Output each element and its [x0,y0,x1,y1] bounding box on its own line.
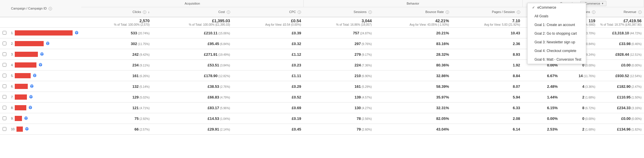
cost-cell-pct: (15.06%) [217,32,230,35]
row-number: 10. [11,127,15,131]
campaign-bar [15,41,44,46]
revenue-cell: £930.52 (12.54%) [598,70,644,81]
totals-cost: £1,395.03 % of Total: 100.00% (£1,395.03… [152,17,232,28]
bounce-rate-label: Bounce Rate [425,10,444,14]
ecommerce-rate-cell-value: 6.15% [547,106,558,110]
transactions-cell-pct: (6.72%) [584,107,595,110]
clicks-cell-pct: (5.14%) [139,85,150,88]
campaign-cell[interactable]: 3. [9,49,81,60]
row-checkbox[interactable] [3,63,6,67]
pages-session-col-header[interactable]: Pages / Session ? [451,7,523,17]
totals-revenue-value: £7,419.56 [600,18,642,23]
revenue-info-icon[interactable]: ? [638,10,642,14]
cpc-cell: £0.32 [232,38,304,49]
clicks-info-icon[interactable]: ? [143,10,146,14]
row-checkbox-col[interactable] [0,81,9,92]
campaign-info-icon[interactable]: ? [49,7,52,10]
bounce-rate-col-header[interactable]: Bounce Rate ? [374,7,451,17]
cpc-cell: £0.45 [232,124,304,135]
cpc-info-icon[interactable]: ? [298,10,301,14]
cost-cell-value: £83.17 [208,106,219,110]
sessions-col-header[interactable]: Sessions ? [303,7,374,17]
campaign-cell[interactable]: 10. [9,124,81,135]
sessions-info-icon[interactable]: ? [368,10,372,14]
row-number: 1. [11,31,14,35]
cost-col-header[interactable]: Cost ? [152,7,232,17]
row-checkbox[interactable] [3,127,6,131]
campaign-cell[interactable]: 2. [9,38,81,49]
row-checkbox-col[interactable] [0,103,9,113]
pages-session-info-icon[interactable]: ? [517,10,520,14]
row-checkbox[interactable] [3,116,6,120]
row-checkbox[interactable] [3,42,6,45]
row-checkbox-col[interactable] [0,60,9,70]
totals-cpc: £0.54 Avg for View: £0.54 (0.00%) [232,17,304,28]
transactions-cell-pct: (11.76%) [583,75,595,78]
cost-info-icon[interactable]: ? [227,10,230,14]
table-row: 7. 129 (5.02%)£66.83 (4.79%)£0.52139 (4.… [0,92,644,103]
dropdown-item[interactable]: Goal 1: Create an account [527,21,586,29]
clicks-col-header[interactable]: Clicks ? ↓ [81,7,152,17]
campaign-cell[interactable]: 1. [9,28,81,38]
row-checkbox[interactable] [3,31,6,35]
transactions-cell-value: 14 [579,74,583,78]
cost-cell: £53.51 (3.84%) [152,60,232,70]
campaign-cell[interactable]: 9. [9,113,81,124]
campaign-cell[interactable]: 6. [9,81,81,92]
campaign-cell[interactable]: 7. [9,92,81,103]
clicks-cell: 132 (5.14%) [81,81,152,92]
campaign-header-label: Campaign / Campaign ID [11,7,47,10]
row-checkbox[interactable] [3,95,6,99]
dropdown-item[interactable]: eCommerce [527,3,586,12]
google-ads-icon [29,94,33,100]
clicks-cell-pct: (11.75%) [137,42,150,46]
ecommerce-rate-cell: 2.48% [523,81,560,92]
cost-cell: £178.90 (12.82%) [152,70,232,81]
clicks-sort-arrow[interactable]: ↓ [148,10,150,14]
cpc-cell: £0.29 [232,81,304,92]
clicks-cell-pct: (9.11%) [139,64,150,67]
row-checkbox-col[interactable] [0,113,9,124]
revenue-cell: £0.00 (0.00%) [598,113,644,124]
row-checkbox-col[interactable] [0,124,9,135]
row-checkbox-col[interactable] [0,49,9,60]
dropdown-item[interactable]: Goal 4: Checkout complete [527,47,586,55]
cpc-col-header[interactable]: CPC ? [232,7,304,17]
row-checkbox-col[interactable] [0,38,9,49]
ecommerce-rate-cell-value: 2.53% [547,127,558,131]
dropdown-item[interactable]: Goal 6: Matt - Conversion Test [527,55,586,64]
sessions-cell-pct: (6.90%) [361,75,372,78]
sessions-cell-value: 279 [355,52,361,57]
revenue-cell-pct: (1.50%) [631,96,642,99]
dropdown-item[interactable]: All Goals [527,12,586,21]
row-checkbox-col[interactable] [0,70,9,81]
transactions-info-icon[interactable]: ? [592,10,595,14]
cost-cell-value: £66.83 [208,95,219,99]
campaign-cell[interactable]: 8. [9,103,81,113]
sessions-cell: 224 (7.36%) [303,60,374,70]
clicks-cell: 161 (6.26%) [81,70,152,81]
dropdown-item[interactable]: Goal 3: Newsletter sign up [527,38,586,47]
row-checkbox[interactable] [3,84,6,88]
campaign-cell[interactable]: 5. [9,70,81,81]
row-checkbox[interactable] [3,106,6,109]
cpc-cell: £0.69 [232,103,304,113]
row-checkbox[interactable] [3,74,6,77]
row-checkbox-col[interactable] [0,28,9,38]
clicks-cell: 533 (20.74%) [81,28,152,38]
campaign-cell[interactable]: 4. [9,60,81,70]
totals-cost-value: £1,395.03 [154,18,230,23]
ecommerce-rate-cell-value: 0.00% [547,116,558,121]
pages-session-cell: 2.08 [451,113,523,124]
clicks-cell-value: 121 [132,106,139,110]
sessions-cell: 78 (2.56%) [303,113,374,124]
row-checkbox[interactable] [3,52,6,56]
clicks-cell-pct: (9.42%) [139,53,150,56]
bounce-rate-info-icon[interactable]: ? [446,10,449,14]
google-ads-icon [38,62,43,68]
row-checkbox-col[interactable] [0,92,9,103]
table-row: 8. 121 (4.71%)£83.17 (5.96%)£0.69130 (4.… [0,103,644,113]
pages-session-cell-value: 2.08 [513,116,520,121]
dropdown-item[interactable]: Goal 2: Go to shopping cart [527,29,586,38]
revenue-col-header[interactable]: Revenue ? [598,7,644,17]
